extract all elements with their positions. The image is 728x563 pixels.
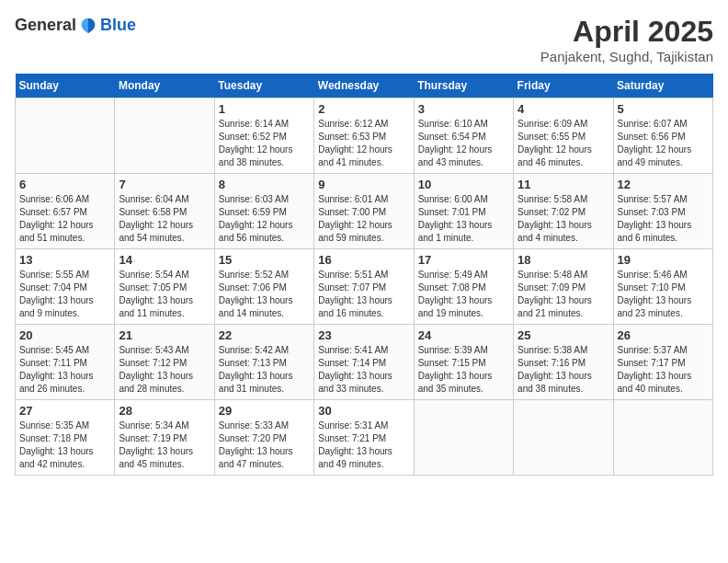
calendar-cell: 22Sunrise: 5:42 AM Sunset: 7:13 PM Dayli… xyxy=(214,325,313,400)
calendar-cell: 25Sunrise: 5:38 AM Sunset: 7:16 PM Dayli… xyxy=(514,325,613,400)
calendar-cell: 1Sunrise: 6:14 AM Sunset: 6:52 PM Daylig… xyxy=(214,98,313,174)
calendar-cell xyxy=(514,400,613,476)
day-info: Sunrise: 5:52 AM Sunset: 7:06 PM Dayligh… xyxy=(219,269,310,320)
title-area: April 2025 Panjakent, Sughd, Tajikistan xyxy=(540,15,713,64)
week-row-1: 1Sunrise: 6:14 AM Sunset: 6:52 PM Daylig… xyxy=(16,98,713,174)
subtitle: Panjakent, Sughd, Tajikistan xyxy=(540,49,713,64)
day-number: 7 xyxy=(119,178,210,191)
calendar-cell: 2Sunrise: 6:12 AM Sunset: 6:53 PM Daylig… xyxy=(314,98,414,174)
calendar-cell: 26Sunrise: 5:37 AM Sunset: 7:17 PM Dayli… xyxy=(613,325,712,400)
calendar-cell: 10Sunrise: 6:00 AM Sunset: 7:01 PM Dayli… xyxy=(414,174,513,249)
day-info: Sunrise: 5:42 AM Sunset: 7:13 PM Dayligh… xyxy=(219,344,310,396)
day-info: Sunrise: 6:07 AM Sunset: 6:56 PM Dayligh… xyxy=(618,118,709,169)
day-info: Sunrise: 5:54 AM Sunset: 7:05 PM Dayligh… xyxy=(119,269,210,320)
day-header-wednesday: Wednesday xyxy=(314,74,414,98)
day-info: Sunrise: 6:03 AM Sunset: 6:59 PM Dayligh… xyxy=(219,193,310,245)
calendar-cell xyxy=(115,98,214,174)
day-info: Sunrise: 5:43 AM Sunset: 7:12 PM Dayligh… xyxy=(119,344,210,396)
day-info: Sunrise: 5:58 AM Sunset: 7:02 PM Dayligh… xyxy=(518,193,609,245)
day-number: 2 xyxy=(318,102,409,116)
day-header-monday: Monday xyxy=(115,74,214,98)
calendar-cell: 17Sunrise: 5:49 AM Sunset: 7:08 PM Dayli… xyxy=(414,249,513,325)
day-number: 11 xyxy=(518,178,609,191)
day-number: 9 xyxy=(318,178,409,191)
calendar-cell: 27Sunrise: 5:35 AM Sunset: 7:18 PM Dayli… xyxy=(16,400,115,476)
week-row-2: 6Sunrise: 6:06 AM Sunset: 6:57 PM Daylig… xyxy=(16,174,713,249)
day-info: Sunrise: 5:57 AM Sunset: 7:03 PM Dayligh… xyxy=(618,193,709,245)
day-header-thursday: Thursday xyxy=(414,74,513,98)
calendar-cell: 21Sunrise: 5:43 AM Sunset: 7:12 PM Dayli… xyxy=(115,325,214,400)
calendar-cell: 5Sunrise: 6:07 AM Sunset: 6:56 PM Daylig… xyxy=(613,98,712,174)
calendar-cell: 30Sunrise: 5:31 AM Sunset: 7:21 PM Dayli… xyxy=(314,400,414,476)
day-header-friday: Friday xyxy=(514,74,613,98)
day-number: 13 xyxy=(19,253,110,267)
day-info: Sunrise: 5:39 AM Sunset: 7:15 PM Dayligh… xyxy=(418,344,509,396)
day-info: Sunrise: 6:09 AM Sunset: 6:55 PM Dayligh… xyxy=(518,118,609,169)
day-info: Sunrise: 5:31 AM Sunset: 7:21 PM Dayligh… xyxy=(318,419,409,471)
day-info: Sunrise: 5:37 AM Sunset: 7:17 PM Dayligh… xyxy=(618,344,709,396)
week-row-5: 27Sunrise: 5:35 AM Sunset: 7:18 PM Dayli… xyxy=(16,400,713,476)
day-header-tuesday: Tuesday xyxy=(214,74,313,98)
day-info: Sunrise: 5:46 AM Sunset: 7:10 PM Dayligh… xyxy=(618,269,709,320)
day-info: Sunrise: 5:55 AM Sunset: 7:04 PM Dayligh… xyxy=(19,269,110,320)
logo: General Blue xyxy=(15,15,136,35)
main-title: April 2025 xyxy=(540,15,713,49)
calendar-cell: 23Sunrise: 5:41 AM Sunset: 7:14 PM Dayli… xyxy=(314,325,414,400)
calendar-cell xyxy=(414,400,513,476)
day-number: 23 xyxy=(318,328,409,342)
day-number: 19 xyxy=(618,253,709,267)
calendar-cell: 18Sunrise: 5:48 AM Sunset: 7:09 PM Dayli… xyxy=(514,249,613,325)
day-number: 18 xyxy=(518,253,609,267)
day-info: Sunrise: 6:00 AM Sunset: 7:01 PM Dayligh… xyxy=(418,193,509,245)
day-number: 12 xyxy=(618,178,709,191)
day-number: 26 xyxy=(618,328,709,342)
calendar-cell: 29Sunrise: 5:33 AM Sunset: 7:20 PM Dayli… xyxy=(214,400,313,476)
calendar-cell: 12Sunrise: 5:57 AM Sunset: 7:03 PM Dayli… xyxy=(613,174,712,249)
day-number: 20 xyxy=(19,328,110,342)
calendar-cell: 6Sunrise: 6:06 AM Sunset: 6:57 PM Daylig… xyxy=(16,174,115,249)
day-number: 24 xyxy=(418,328,509,342)
week-row-4: 20Sunrise: 5:45 AM Sunset: 7:11 PM Dayli… xyxy=(16,325,713,400)
calendar-cell: 20Sunrise: 5:45 AM Sunset: 7:11 PM Dayli… xyxy=(16,325,115,400)
day-info: Sunrise: 5:34 AM Sunset: 7:19 PM Dayligh… xyxy=(119,419,210,471)
day-info: Sunrise: 5:51 AM Sunset: 7:07 PM Dayligh… xyxy=(318,269,409,320)
day-info: Sunrise: 6:10 AM Sunset: 6:54 PM Dayligh… xyxy=(418,118,509,169)
day-number: 5 xyxy=(618,102,709,116)
day-header-sunday: Sunday xyxy=(16,74,115,98)
day-header-saturday: Saturday xyxy=(613,74,712,98)
calendar-cell: 24Sunrise: 5:39 AM Sunset: 7:15 PM Dayli… xyxy=(414,325,513,400)
day-number: 28 xyxy=(119,404,210,418)
calendar-cell: 28Sunrise: 5:34 AM Sunset: 7:19 PM Dayli… xyxy=(115,400,214,476)
calendar-table: SundayMondayTuesdayWednesdayThursdayFrid… xyxy=(15,74,713,476)
day-info: Sunrise: 5:48 AM Sunset: 7:09 PM Dayligh… xyxy=(518,269,609,320)
logo-general: General xyxy=(15,16,76,35)
days-header-row: SundayMondayTuesdayWednesdayThursdayFrid… xyxy=(16,74,713,98)
logo-blue: Blue xyxy=(100,16,136,35)
day-info: Sunrise: 5:45 AM Sunset: 7:11 PM Dayligh… xyxy=(19,344,110,396)
day-info: Sunrise: 5:41 AM Sunset: 7:14 PM Dayligh… xyxy=(318,344,409,396)
day-number: 29 xyxy=(219,404,310,418)
day-number: 15 xyxy=(219,253,310,267)
day-info: Sunrise: 6:14 AM Sunset: 6:52 PM Dayligh… xyxy=(219,118,310,169)
calendar-cell xyxy=(16,98,115,174)
day-info: Sunrise: 6:01 AM Sunset: 7:00 PM Dayligh… xyxy=(318,193,409,245)
week-row-3: 13Sunrise: 5:55 AM Sunset: 7:04 PM Dayli… xyxy=(16,249,713,325)
calendar-cell: 7Sunrise: 6:04 AM Sunset: 6:58 PM Daylig… xyxy=(115,174,214,249)
calendar-cell: 9Sunrise: 6:01 AM Sunset: 7:00 PM Daylig… xyxy=(314,174,414,249)
day-number: 10 xyxy=(418,178,509,191)
calendar-cell: 13Sunrise: 5:55 AM Sunset: 7:04 PM Dayli… xyxy=(16,249,115,325)
calendar-cell: 3Sunrise: 6:10 AM Sunset: 6:54 PM Daylig… xyxy=(414,98,513,174)
day-number: 3 xyxy=(418,102,509,116)
calendar-cell: 8Sunrise: 6:03 AM Sunset: 6:59 PM Daylig… xyxy=(214,174,313,249)
day-number: 1 xyxy=(219,102,310,116)
calendar-cell: 16Sunrise: 5:51 AM Sunset: 7:07 PM Dayli… xyxy=(314,249,414,325)
day-number: 27 xyxy=(19,404,110,418)
day-number: 30 xyxy=(318,404,409,418)
day-number: 8 xyxy=(219,178,310,191)
day-number: 14 xyxy=(119,253,210,267)
day-number: 17 xyxy=(418,253,509,267)
calendar-cell: 19Sunrise: 5:46 AM Sunset: 7:10 PM Dayli… xyxy=(613,249,712,325)
day-info: Sunrise: 6:04 AM Sunset: 6:58 PM Dayligh… xyxy=(119,193,210,245)
calendar-cell xyxy=(613,400,712,476)
day-number: 25 xyxy=(518,328,609,342)
